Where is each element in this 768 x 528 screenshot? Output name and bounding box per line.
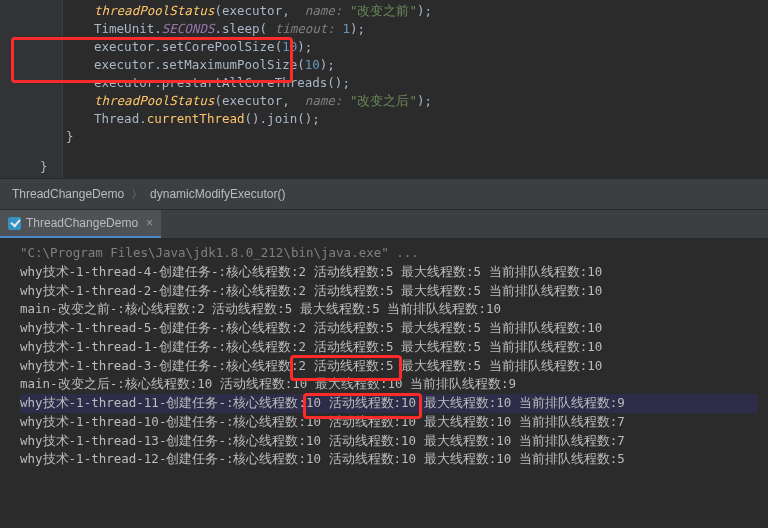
run-tab[interactable]: ThreadChangeDemo ×: [0, 210, 161, 238]
console-line: why技术-1-thread-5-创建任务-:核心线程数:2 活动线程数:5 最…: [20, 319, 758, 338]
breadcrumb[interactable]: ThreadChangeDemo〉dynamicModifyExecutor(): [0, 178, 768, 210]
breadcrumb-method[interactable]: dynamicModifyExecutor(): [150, 187, 285, 201]
console-line: why技术-1-thread-12-创建任务-:核心线程数:10 活动线程数:1…: [20, 450, 758, 469]
console-line: main-改变之后-:核心线程数:10 活动线程数:10 最大线程数:10 当前…: [20, 375, 758, 394]
editor-pane[interactable]: threadPoolStatus(executor, name: "改变之前")…: [0, 0, 768, 178]
console-command: "C:\Program Files\Java\jdk1.8.0_212\bin\…: [20, 244, 758, 263]
console-line: why技术-1-thread-2-创建任务-:核心线程数:2 活动线程数:5 最…: [20, 282, 758, 301]
console-line: main-改变之前-:核心线程数:2 活动线程数:5 最大线程数:5 当前排队线…: [20, 300, 758, 319]
run-tab-title: ThreadChangeDemo: [26, 214, 138, 232]
console-line: why技术-1-thread-13-创建任务-:核心线程数:10 活动线程数:1…: [20, 432, 758, 451]
console-output[interactable]: "C:\Program Files\Java\jdk1.8.0_212\bin\…: [0, 238, 768, 469]
code-lines[interactable]: threadPoolStatus(executor, name: "改变之前")…: [16, 2, 768, 176]
close-icon[interactable]: ×: [146, 214, 153, 232]
console-line: why技术-1-thread-4-创建任务-:核心线程数:2 活动线程数:5 最…: [20, 263, 758, 282]
console-line: why技术-1-thread-10-创建任务-:核心线程数:10 活动线程数:1…: [20, 413, 758, 432]
chevron-right-icon: 〉: [131, 187, 143, 201]
run-config-icon: [8, 217, 21, 230]
run-tab-bar[interactable]: ThreadChangeDemo ×: [0, 210, 768, 238]
breadcrumb-class[interactable]: ThreadChangeDemo: [12, 187, 124, 201]
console-line: why技术-1-thread-3-创建任务-:核心线程数:2 活动线程数:5 最…: [20, 357, 758, 376]
console-line: why技术-1-thread-1-创建任务-:核心线程数:2 活动线程数:5 最…: [20, 338, 758, 357]
console-line: why技术-1-thread-11-创建任务-:核心线程数:10 活动线程数:1…: [20, 394, 758, 413]
